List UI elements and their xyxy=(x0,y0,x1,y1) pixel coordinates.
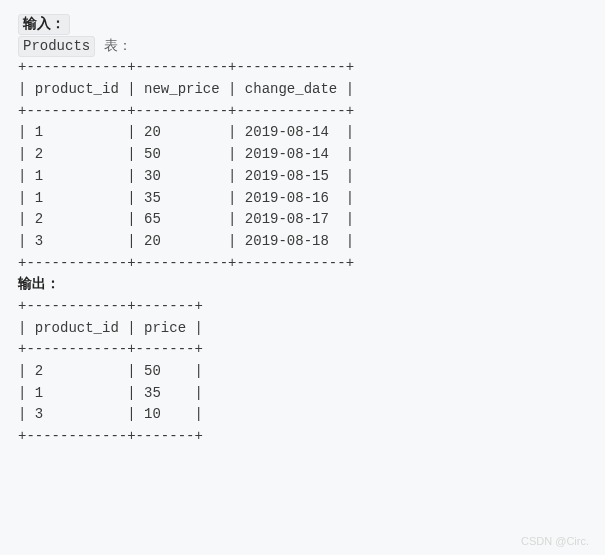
input-table-row: | 3 | 20 | 2019-08-18 | xyxy=(18,231,587,253)
input-table-row: | 1 | 20 | 2019-08-14 | xyxy=(18,122,587,144)
table-name-chip: Products xyxy=(18,36,95,57)
input-table-header: | product_id | new_price | change_date | xyxy=(18,79,587,101)
output-table-row: | 3 | 10 | xyxy=(18,404,587,426)
watermark: CSDN @Circ. xyxy=(521,535,589,547)
input-table-row: | 2 | 65 | 2019-08-17 | xyxy=(18,209,587,231)
input-table-border: +------------+-----------+-------------+ xyxy=(18,101,587,123)
output-table-header: | product_id | price | xyxy=(18,318,587,340)
input-table-border: +------------+-----------+-------------+ xyxy=(18,57,587,79)
input-table-row: | 2 | 50 | 2019-08-14 | xyxy=(18,144,587,166)
output-table: +------------+-------+| product_id | pri… xyxy=(18,296,587,448)
input-label: 输入： xyxy=(18,14,70,35)
output-table-border: +------------+-------+ xyxy=(18,296,587,318)
output-table-row: | 1 | 35 | xyxy=(18,383,587,405)
output-label: 输出： xyxy=(18,276,60,292)
table-suffix: 表： xyxy=(95,38,131,54)
output-table-row: | 2 | 50 | xyxy=(18,361,587,383)
input-table-row: | 1 | 30 | 2019-08-15 | xyxy=(18,166,587,188)
input-table-row: | 1 | 35 | 2019-08-16 | xyxy=(18,188,587,210)
input-table-border: +------------+-----------+-------------+ xyxy=(18,253,587,275)
output-table-border: +------------+-------+ xyxy=(18,339,587,361)
output-table-border: +------------+-------+ xyxy=(18,426,587,448)
input-table: +------------+-----------+-------------+… xyxy=(18,57,587,274)
